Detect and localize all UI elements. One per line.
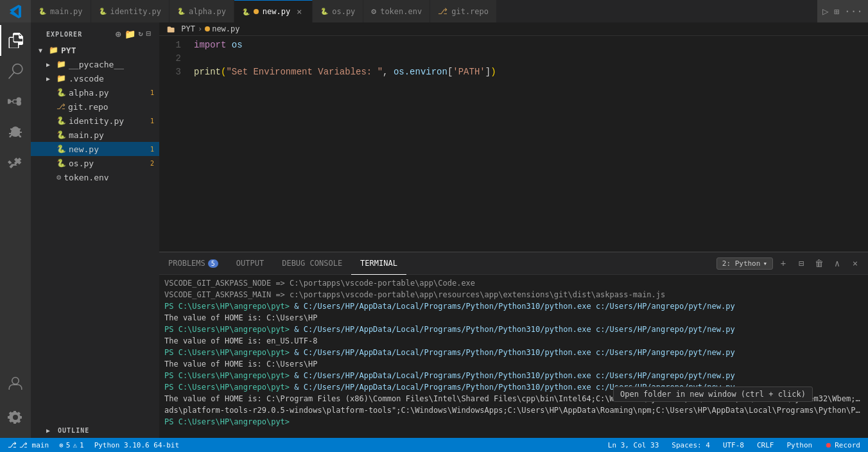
sidebar-item-git.repo[interactable]: ⎇ git.repo	[31, 100, 159, 114]
maximize-panel-button[interactable]: ∧	[829, 256, 845, 271]
file-type-icon: 🐍	[56, 88, 66, 97]
panel-tab-output[interactable]: OUTPUT	[227, 252, 273, 275]
sidebar-item-alpha.py[interactable]: 🐍 alpha.py 1	[31, 85, 159, 100]
status-record[interactable]: ⏺ Record	[822, 438, 863, 452]
breadcrumb-folder[interactable]: PYT	[167, 24, 195, 33]
git-icon: ⎇	[8, 440, 17, 449]
sidebar-item-.vscode[interactable]: ▶ 📁 .vscode	[31, 71, 159, 85]
record-label: Record	[835, 441, 860, 449]
add-terminal-button[interactable]: +	[776, 256, 791, 271]
activity-icon-extensions[interactable]	[0, 148, 31, 179]
badge: 1	[149, 146, 159, 153]
new-file-icon[interactable]: ⊕	[116, 29, 121, 39]
sidebar-item-main.py[interactable]: 🐍 main.py	[31, 128, 159, 142]
arrow-icon: ▼	[39, 47, 46, 54]
activity-icon-debug[interactable]	[0, 117, 31, 148]
terminal-selector[interactable]: 2: Python ▾	[716, 257, 773, 270]
tab-main.py[interactable]: 🐍main.py	[31, 0, 91, 22]
status-encoding[interactable]: UTF-8	[720, 438, 747, 452]
panel: PROBLEMS5OUTPUTDEBUG CONSOLETERMINAL 2: …	[159, 252, 868, 438]
tab-close-button[interactable]: ×	[294, 6, 304, 17]
status-line-col[interactable]: Ln 3, Col 33	[605, 438, 661, 452]
tab-label: main.py	[50, 7, 83, 16]
sidebar-item-label: main.py	[69, 130, 159, 140]
terminal-line: PS C:\Users\HP\angrepo\pyt> & C:/Users/H…	[164, 370, 863, 381]
code-line-1: import os	[194, 39, 865, 52]
status-errors[interactable]: ⊗ 5 ⚠ 1	[56, 438, 87, 452]
main-layout: EXPLORER ⊕ 📁 ↻ ⊟ ▼ 📁 PYT ▶ 📁 __pycache__…	[0, 22, 868, 438]
file-type-icon: 🐍	[56, 130, 66, 139]
terminal-line: The value of HOME is: C:\Users\HP	[164, 312, 863, 324]
sidebar-item-label: alpha.py	[69, 88, 146, 98]
status-language[interactable]: Python	[785, 438, 815, 452]
collapse-icon[interactable]: ⊟	[146, 29, 152, 39]
panel-tab-terminal[interactable]: TERMINAL	[351, 252, 406, 275]
breadcrumb-file-dot	[205, 26, 210, 31]
terminal-line: The value of HOME is: C:\Users\HP	[164, 358, 863, 370]
activity-icon-search[interactable]	[0, 56, 31, 87]
error-icon: ⊗	[59, 441, 64, 449]
tab-token.env[interactable]: ⚙token.env	[363, 0, 430, 22]
warning-count: 1	[80, 441, 84, 449]
sidebar-item-new.py[interactable]: 🐍 new.py 1	[31, 142, 159, 156]
activity-bar-top	[0, 4, 31, 19]
tab-new.py[interactable]: 🐍new.py×	[234, 0, 313, 22]
outline-section[interactable]: ▶ OUTLINE	[31, 423, 159, 438]
activity-icon-explorer[interactable]	[0, 25, 31, 56]
tab-bar: 🐍main.py🐍identity.py🐍alpha.py🐍new.py×🐍os…	[31, 0, 817, 22]
status-line-ending[interactable]: CRLF	[754, 438, 777, 452]
terminal-line: PS C:\Users\HP\angrepo\pyt> & C:/Users/H…	[164, 300, 863, 312]
sidebar-root-label: PYT	[61, 46, 159, 55]
close-panel-button[interactable]: ×	[847, 256, 863, 271]
split-terminal-button[interactable]: ⊟	[794, 256, 809, 271]
terminal-line: VSCODE_GIT_ASKPASS_MAIN => c:\portapps\v…	[164, 289, 863, 300]
tree-root-pyt[interactable]: ▼ 📁 PYT	[31, 43, 159, 57]
sidebar-item-identity.py[interactable]: 🐍 identity.py 1	[31, 114, 159, 128]
sidebar-item-label: git.repo	[68, 102, 159, 112]
tab-label: new.py	[263, 7, 290, 16]
code-line-2	[194, 52, 865, 65]
terminal-line: PS C:\Users\HP\angrepo\pyt> & C:/Users/H…	[164, 324, 863, 335]
refresh-icon[interactable]: ↻	[139, 29, 144, 39]
folder-icon: 📁	[49, 46, 58, 55]
status-git[interactable]: ⎇ ⎇ main	[5, 438, 51, 452]
activity-icon-account[interactable]	[0, 369, 31, 399]
panel-tab-debug[interactable]: DEBUG CONSOLE	[273, 252, 351, 275]
panel-tab-label: OUTPUT	[236, 259, 264, 268]
panel-tab-problems[interactable]: PROBLEMS5	[159, 252, 227, 275]
new-folder-icon[interactable]: 📁	[125, 29, 136, 39]
trash-terminal-button[interactable]: 🗑	[812, 256, 827, 271]
sidebar-item-label: new.py	[69, 144, 146, 154]
tab-alpha.py[interactable]: 🐍alpha.py	[169, 0, 234, 22]
tab-identity.py[interactable]: 🐍identity.py	[91, 0, 169, 22]
status-spaces[interactable]: Spaces: 4	[669, 438, 713, 452]
badge: 2	[149, 160, 159, 167]
terminal-content[interactable]: VSCODE_GIT_ASKPASS_NODE => C:\portapps\v…	[159, 275, 868, 438]
sidebar-section: ▼ 📁 PYT ▶ 📁 __pycache__ ▶ 📁 .vscode 🐍 al…	[31, 43, 159, 423]
activity-icon-settings[interactable]	[0, 402, 31, 433]
tab-file-icon: 🐍	[39, 8, 46, 15]
warning-icon: ⚠	[73, 441, 77, 449]
sidebar-item-token.env[interactable]: ⚙ token.env	[31, 170, 159, 184]
spaces-label: Spaces: 4	[672, 441, 710, 449]
tab-git.repo[interactable]: ⎇git.repo	[430, 0, 497, 22]
more-options-icon[interactable]: ···	[844, 5, 863, 17]
breadcrumb-file[interactable]: new.py	[205, 24, 239, 33]
status-python-version[interactable]: Python 3.10.6 64-bit	[92, 438, 182, 452]
run-icon[interactable]: ▷	[822, 5, 829, 17]
activity-icon-source-control[interactable]	[0, 87, 31, 117]
panel-badge: 5	[208, 259, 218, 268]
split-editor-icon[interactable]: ⊞	[834, 6, 839, 17]
activity-bar	[0, 22, 31, 438]
sidebar-item-os.py[interactable]: 🐍 os.py 2	[31, 156, 159, 170]
panel-controls: 2: Python ▾ + ⊟ 🗑 ∧ ×	[716, 256, 868, 271]
tab-os.py[interactable]: 🐍os.py	[313, 0, 363, 22]
title-bar: 🐍main.py🐍identity.py🐍alpha.py🐍new.py×🐍os…	[0, 0, 868, 22]
status-right: Ln 3, Col 33 Spaces: 4 UTF-8 CRLF Python…	[605, 438, 863, 452]
sidebar-item-__pycache__[interactable]: ▶ 📁 __pycache__	[31, 57, 159, 71]
python-version-label: Python 3.10.6 64-bit	[94, 441, 179, 449]
line-ending-label: CRLF	[757, 441, 774, 449]
breadcrumb-separator: ›	[198, 24, 202, 33]
code-content[interactable]: import os print("Set Environment Variabl…	[191, 39, 868, 249]
tab-file-icon: 🐍	[242, 8, 250, 15]
